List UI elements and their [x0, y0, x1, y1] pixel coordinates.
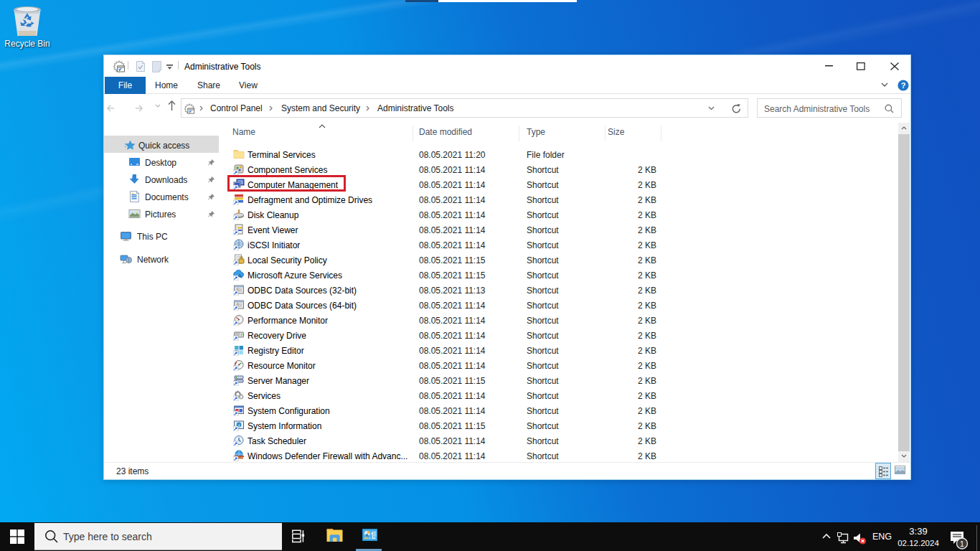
- svg-text:?: ?: [901, 81, 906, 90]
- svg-text:1: 1: [960, 540, 964, 548]
